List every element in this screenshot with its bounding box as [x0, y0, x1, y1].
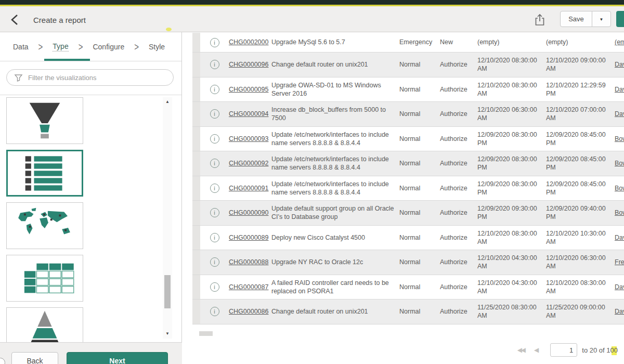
priority-value: Normal — [399, 82, 440, 97]
filter-visualizations-input[interactable] — [28, 74, 173, 82]
info-icon[interactable]: i — [210, 159, 219, 168]
number-cell: CHG0000092 — [229, 155, 271, 171]
planned-end-date: 12/10/2020 09:00:00 AM — [546, 53, 615, 77]
assignee-link[interactable]: Dav — [615, 61, 624, 68]
priority-value: Normal — [399, 106, 440, 122]
state-value: Authorize — [440, 57, 477, 72]
breadcrumb-step-style[interactable]: Style — [149, 43, 165, 51]
back-button[interactable]: Back — [11, 352, 58, 364]
scrollbar-thumb[interactable] — [164, 275, 171, 308]
priority-value: Normal — [399, 131, 440, 147]
change-number-link[interactable]: CHG0000088 — [229, 258, 268, 266]
short-description: Increase db_block_buffers from 5000 to 7… — [271, 102, 399, 126]
breadcrumb-step-data[interactable]: Data — [13, 43, 29, 51]
info-icon[interactable]: i — [210, 134, 219, 144]
assignee-link[interactable]: Bow — [615, 135, 624, 142]
number-cell: CHG0000090 — [229, 205, 271, 220]
planned-start-date: 12/09/2020 08:30:00 PM — [477, 151, 546, 176]
info-icon[interactable]: i — [210, 282, 219, 292]
planned-end-date: 12/09/2020 09:40:00 PM — [546, 201, 615, 225]
number-cell: CHG0000093 — [229, 131, 271, 147]
viz-thumbnail-pyramid[interactable] — [6, 307, 83, 342]
table-row: i CHG0000093 Update /etc/network/interfa… — [192, 127, 624, 152]
change-table-body: i CHG0002000 Upgrade MySql 5.6 to 5.7 Em… — [192, 33, 624, 324]
first-page-icon[interactable]: ◀◀ — [517, 346, 525, 354]
share-icon[interactable] — [534, 13, 547, 27]
table-row: i CHG0000096 Change default router on un… — [192, 53, 624, 77]
assignee-link[interactable]: Dav — [615, 283, 624, 291]
change-number-link[interactable]: CHG0000089 — [229, 234, 268, 241]
assignee-cell: Dav — [615, 304, 624, 319]
assignee-link[interactable]: (empty) — [615, 38, 624, 46]
number-cell: CHG0000091 — [229, 180, 271, 196]
assignee-link[interactable]: Fre — [615, 258, 624, 266]
assignee-link[interactable]: Bow — [615, 185, 624, 192]
change-number-link[interactable]: CHG0000090 — [229, 209, 268, 216]
primary-action-button[interactable] — [616, 11, 624, 27]
viz-thumbnail-funnel[interactable] — [6, 97, 83, 144]
planned-start-date: 12/09/2020 08:30:00 PM — [477, 127, 546, 151]
change-number-link[interactable]: CHG0000092 — [229, 160, 268, 167]
change-number-link[interactable]: CHG0000091 — [229, 185, 268, 192]
scroll-up-icon[interactable]: ▲ — [163, 98, 172, 106]
planned-end-date: 12/10/2020 12:29:59 PM — [546, 77, 615, 102]
assignee-link[interactable]: Dav — [615, 234, 624, 241]
priority-value: Normal — [399, 230, 440, 245]
priority-value: Normal — [399, 279, 440, 295]
info-icon[interactable]: i — [210, 85, 219, 94]
assignee-link[interactable]: Bow — [615, 160, 624, 167]
info-icon[interactable]: i — [210, 109, 219, 119]
assignee-link[interactable]: Dav — [615, 110, 624, 118]
change-number-link[interactable]: CHG0000087 — [229, 283, 268, 291]
planned-start-date: 12/10/2020 04:30:00 AM — [477, 250, 546, 275]
info-icon[interactable]: i — [210, 60, 219, 69]
change-number-link[interactable]: CHG0000095 — [229, 86, 268, 93]
info-cell: i — [200, 204, 229, 221]
assignee-cell: Fre — [615, 254, 624, 270]
viz-thumbnail-table[interactable] — [6, 255, 83, 302]
assignee-link[interactable]: Dav — [615, 86, 624, 93]
planned-start-date: 12/09/2020 08:30:00 PM — [477, 176, 546, 201]
assignee-link[interactable]: Dav — [615, 308, 624, 315]
change-number-link[interactable]: CHG0002000 — [229, 38, 268, 46]
info-icon[interactable]: i — [210, 208, 219, 217]
page-number-input[interactable] — [550, 343, 577, 357]
info-cell: i — [200, 131, 229, 147]
state-value: Authorize — [440, 180, 477, 196]
viz-scrollbar[interactable]: ▲ ▼ — [163, 97, 172, 339]
priority-value: Normal — [399, 205, 440, 220]
change-number-link[interactable]: CHG0000086 — [229, 308, 268, 315]
next-button[interactable]: Next — [67, 352, 168, 364]
assignee-link[interactable]: Bow — [615, 209, 624, 216]
caret-down-icon: ▼ — [600, 17, 604, 22]
scroll-down-icon[interactable]: ▼ — [163, 330, 172, 337]
table-row: i CHG0000091 Update /etc/network/interfa… — [192, 176, 624, 201]
breadcrumb-step-type[interactable]: Type — [53, 42, 68, 51]
change-number-link[interactable]: CHG0000093 — [229, 135, 268, 142]
planned-end-date: 12/10/2020 07:00:00 AM — [546, 102, 615, 126]
row-gutter — [192, 226, 200, 250]
row-gutter — [192, 176, 200, 201]
change-number-link[interactable]: CHG0000096 — [229, 61, 268, 68]
priority-value: Normal — [399, 254, 440, 270]
planned-start-date: 12/10/2020 06:30:00 AM — [477, 102, 546, 126]
info-icon[interactable]: i — [210, 307, 219, 316]
info-icon[interactable]: i — [210, 38, 219, 47]
help-icon[interactable] — [0, 358, 5, 364]
save-button[interactable]: Save — [560, 11, 592, 27]
state-value: Authorize — [440, 304, 477, 319]
info-icon[interactable]: i — [210, 257, 219, 267]
horizontal-scrollbar-stub[interactable] — [199, 331, 213, 336]
save-dropdown-button[interactable]: ▼ — [592, 11, 611, 27]
back-chevron-icon[interactable] — [9, 14, 25, 26]
info-icon[interactable]: i — [210, 233, 219, 242]
change-number-link[interactable]: CHG0000094 — [229, 110, 268, 118]
viz-thumbnail-map[interactable] — [6, 202, 83, 249]
viz-thumbnail-list[interactable] — [6, 150, 83, 197]
chevron-right-icon: > — [134, 41, 139, 53]
info-icon[interactable]: i — [210, 184, 219, 193]
previous-page-icon[interactable]: ◀ — [534, 346, 539, 354]
planned-start-date: 12/10/2020 08:30:00 AM — [477, 53, 546, 77]
breadcrumb-step-configure[interactable]: Configure — [93, 43, 124, 51]
assignee-cell: (empty) — [615, 34, 624, 50]
